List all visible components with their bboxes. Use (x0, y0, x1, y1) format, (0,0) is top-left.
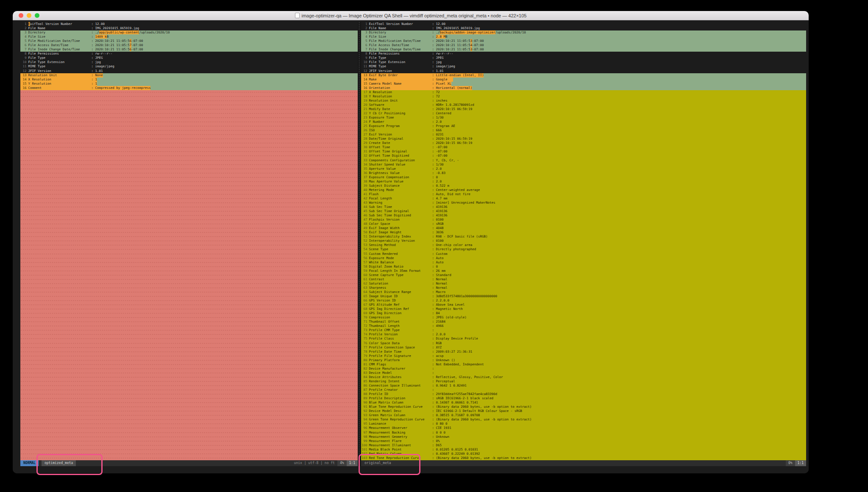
diff-row: 5File Modification Date/Time: 2020:10:21… (361, 39, 806, 43)
diff-row: 43Warning: [minor] Unrecognized MakerNot… (361, 201, 806, 205)
diff-row: 40Metering Mode: Center-weighted average (361, 188, 806, 192)
cursor-position-right: 1:1 (795, 460, 806, 466)
diff-filler-row: ----------------------------------------… (20, 422, 358, 426)
diff-row: 22Y Cb Cr Positioning: Centered (361, 111, 806, 116)
close-button-icon[interactable] (19, 13, 23, 18)
diff-filler-row: ----------------------------------------… (20, 247, 358, 252)
diff-row: 47Flashpix Version: 0100 (361, 218, 806, 222)
diff-filler-row: ----------------------------------------… (20, 413, 358, 417)
diff-row: 68GPS Img Direction Ref: Magnetic North (361, 307, 806, 311)
diff-pane-original-meta[interactable]: 1ExifTool Version Number: 12.002File Nam… (361, 22, 806, 460)
terminal-window: image-optimizer-qa — Image Optimizer QA … (13, 11, 809, 473)
diff-filler-row: ----------------------------------------… (20, 116, 358, 120)
scroll-percent-right: 0% (786, 460, 795, 466)
diff-row: 59Focal Length In 35mm Format: 26 mm (361, 269, 806, 273)
diff-filler-row: ----------------------------------------… (20, 375, 358, 379)
diff-filler-row: ----------------------------------------… (20, 409, 358, 413)
diff-filler-row: ----------------------------------------… (20, 154, 358, 158)
diff-row: 3Directory: ./app/public/wp-content/uplo… (20, 30, 358, 35)
diff-row: 12JFIF Version: 1.01 (20, 69, 358, 73)
diff-row: 10File Type Extension: jpg (361, 60, 806, 64)
diff-row: 65Image Unique ID: 3d8d533f574801a300000… (361, 294, 806, 299)
diff-pane-optimized-meta[interactable]: 1ExifTool Version Number: 12.002File Nam… (20, 22, 358, 460)
diff-row: 70Compression: JPEG (old-style) (361, 315, 806, 320)
diff-row: 39Subject Distance: 0.522 m (361, 184, 806, 188)
diff-row: 74Profile Version: 2.0.0 (361, 332, 806, 337)
diff-filler-row: ----------------------------------------… (20, 94, 358, 99)
diff-filler-row: ----------------------------------------… (20, 392, 358, 396)
diff-row: 72Thumbnail Length: 4966 (361, 324, 806, 328)
diff-filler-row: ----------------------------------------… (20, 367, 358, 371)
zoom-button-icon[interactable] (35, 13, 39, 18)
diff-filler-row: ----------------------------------------… (20, 269, 358, 273)
diff-filler-row: ----------------------------------------… (20, 358, 358, 362)
diff-row: 50Exif Image Height: 3036 (361, 230, 806, 235)
diff-row: 1ExifTool Version Number: 12.00 (20, 22, 358, 26)
diff-filler-row: ----------------------------------------… (20, 426, 358, 430)
annotation-box-optimized-meta (36, 454, 103, 475)
vim-mode-badge: NORMAL (20, 460, 39, 466)
diff-filler-row: ----------------------------------------… (20, 320, 358, 324)
diff-filler-row: ----------------------------------------… (20, 417, 358, 422)
diff-filler-row: ----------------------------------------… (20, 171, 358, 175)
diff-filler-row: ----------------------------------------… (20, 243, 358, 247)
diff-filler-row: ----------------------------------------… (20, 282, 358, 286)
diff-row: 6File Access Date/Time: 2020:10:21 11:05… (20, 43, 358, 47)
document-icon (295, 13, 300, 18)
diff-row: 60Scene Capture Type: Standard (361, 273, 806, 277)
annotation-box-original-meta (359, 454, 420, 475)
window-title: image-optimizer-qa — Image Optimizer QA … (302, 13, 527, 18)
diff-row: 82Device Manufacturer: (361, 367, 806, 371)
diff-row: 89Profile Description: sRGB IEC61966-2-1… (361, 396, 806, 401)
diff-row: 100Measurement Illuminant: D65 (361, 443, 806, 448)
diff-filler-row: ----------------------------------------… (20, 346, 358, 350)
diff-row: 78Profile Date Time: 2009:03:27 21:36:31 (361, 350, 806, 354)
diff-row: 87Profile Creator: (361, 388, 806, 392)
diff-filler-row: ----------------------------------------… (20, 137, 358, 141)
diff-row: 36Brightness Value: -0.83 (361, 171, 806, 175)
diff-row: 4File Size: 2.8 MB (361, 35, 806, 39)
diff-row: 2File Name: IMG_20201015_065919.jpg (20, 26, 358, 30)
diff-row: 98Measurement Geometry: Unknown (361, 435, 806, 439)
titlebar[interactable]: image-optimizer-qa — Image Optimizer QA … (13, 11, 809, 20)
diff-filler-row: ----------------------------------------… (20, 303, 358, 307)
diff-filler-row: ----------------------------------------… (20, 332, 358, 337)
diff-filler-row: ----------------------------------------… (20, 341, 358, 346)
diff-row: 33Components Configuration: Y, Cb, Cr, - (361, 158, 806, 163)
diff-row: 64Subject Distance Range: Macro (361, 290, 806, 294)
diff-filler-row: ----------------------------------------… (20, 111, 358, 116)
window-separator[interactable] (358, 22, 361, 460)
diff-row: 67GPS Altitude Ref: Above Sea Level (361, 303, 806, 307)
diff-filler-row: ----------------------------------------… (20, 124, 358, 128)
diff-filler-row: ----------------------------------------… (20, 213, 358, 218)
diff-filler-row: ----------------------------------------… (20, 103, 358, 107)
diff-filler-row: ----------------------------------------… (20, 218, 358, 222)
diff-row: 58Digital Zoom Ratio: 0 (361, 265, 806, 269)
diff-row: 92Device Model Desc: IEC 61966-2-1 Defau… (361, 409, 806, 413)
diff-row: 13Resolution Unit: None (20, 73, 358, 77)
diff-row: 86Connection Space Illuminant: 0.9642 1 … (361, 384, 806, 388)
diff-row: 32Offset Time Digitized: -07:00 (361, 154, 806, 158)
diff-row: 23Exposure Time: 1/30 (361, 116, 806, 120)
diff-row: 56Exposure Mode: Auto (361, 256, 806, 260)
diff-row: 63Sharpness: Normal (361, 286, 806, 290)
diff-row: 13Exif Byte Order: Little-endian (Intel,… (361, 73, 806, 77)
diff-filler-row: ----------------------------------------… (20, 273, 358, 277)
diff-row: 29Create Date: 2020:10:15 06:59:19 (361, 141, 806, 145)
diff-row: 24F Number: 2.0 (361, 120, 806, 124)
diff-row: 37Exposure Compensation: 0 (361, 175, 806, 180)
diff-filler-row: ----------------------------------------… (20, 350, 358, 354)
diff-filler-row: ----------------------------------------… (20, 401, 358, 405)
diff-filler-row: ----------------------------------------… (20, 235, 358, 239)
diff-filler-row: ----------------------------------------… (20, 286, 358, 290)
diff-filler-row: ----------------------------------------… (20, 277, 358, 282)
cursor-position-left: 1:1 (347, 460, 358, 466)
minimize-button-icon[interactable] (27, 13, 31, 18)
diff-row: 27Exif Version: 0231 (361, 133, 806, 137)
diff-filler-row: ----------------------------------------… (20, 260, 358, 265)
diff-row: 101Media Black Point: 0.01205 0.0125 0.0… (361, 448, 806, 452)
diff-filler-row: ----------------------------------------… (20, 443, 358, 448)
diff-filler-row: ----------------------------------------… (20, 328, 358, 332)
diff-filler-row: ----------------------------------------… (20, 405, 358, 409)
diff-row: 7File Inode Change Date/Time: 2020:10:21… (361, 47, 806, 52)
